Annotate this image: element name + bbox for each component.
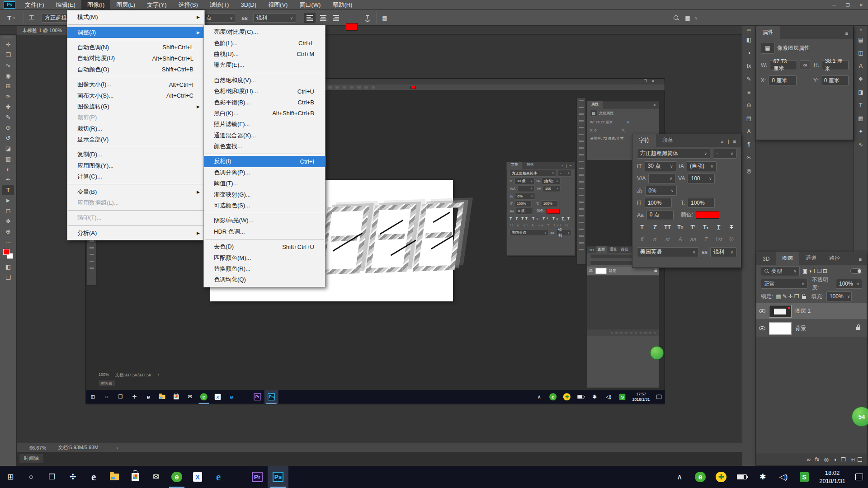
menu-item-图像大小(I)...[interactable]: 图像大小(I)...Alt+Ctrl+I [67,79,204,90]
styles-panel-icon[interactable]: ◑ [744,47,755,58]
antivirus-floating-ball[interactable]: 54 [852,407,868,427]
menu-item-自动颜色(O)[interactable]: 自动颜色(O)Shift+Ctrl+B [67,64,204,75]
menu-图层(L)[interactable]: 图层(L) [110,0,141,10]
workspace-icon[interactable]: ▦ [683,13,693,23]
menu-item-替换颜色(R)...[interactable]: 替换颜色(R)... [204,263,325,274]
menu-item-渐变映射(G)...[interactable]: 渐变映射(G)... [204,189,325,200]
char-color-swatch[interactable] [696,211,719,219]
menu-item-调整(J)[interactable]: 调整(J)▶ [67,27,204,38]
fill-field[interactable]: 100% [826,291,852,301]
tab-paragraph[interactable]: 段落 [656,134,679,147]
task-view-icon[interactable]: ❒ [42,466,62,488]
x-field[interactable]: 0 厘米 [769,75,796,85]
browser-360-icon[interactable]: e [166,466,187,488]
learn-panel-icon[interactable]: ❖ [855,74,866,84]
ordinals-button[interactable]: 1st [714,235,724,244]
color-panel-icon[interactable]: ▤ [855,34,866,45]
screen-mode-icon[interactable]: ❑ [2,272,14,282]
link-dimensions-icon[interactable]: ∞ [800,60,811,70]
char-size-select[interactable]: 30 点 [645,161,676,171]
photoshop-icon[interactable]: Ps [264,390,278,404]
adjustments-panel-icon[interactable]: ◧ [744,34,755,45]
crop-tool[interactable]: ⊞ [2,81,14,91]
status-expander-icon[interactable]: › [117,445,118,450]
ie-icon[interactable]: e [142,390,156,404]
text-color-swatch[interactable] [346,23,358,31]
filter-adjustment-layers-icon[interactable]: ◑ [808,268,811,274]
menu-item-分析(A)[interactable]: 分析(A)▶ [67,228,204,239]
char-spacing-select[interactable]: 0% [645,186,677,196]
tab-properties[interactable]: 属性 [756,26,780,39]
pinwheel-app-icon[interactable]: ✣ [62,466,83,488]
minimize-button[interactable]: ─ [827,0,841,10]
blend-mode-select[interactable]: 正常 [761,279,807,289]
zoom-level[interactable]: 66.67% [29,445,46,450]
pinwheel-app-icon[interactable]: ✣ [127,390,142,404]
tray-360-browser-icon[interactable]: e [546,390,560,404]
ie-icon[interactable]: e [83,466,104,488]
contextual-alternates-button[interactable]: σ [650,235,660,244]
small-caps-button[interactable]: Tᴛ [675,223,685,231]
path-selection-tool[interactable]: ► [2,195,14,206]
filter-pixel-layers-icon[interactable]: ▣ [802,268,807,274]
type-panel-icon[interactable]: T [855,100,866,111]
y-field[interactable]: 0 厘米 [821,75,849,85]
underline-button[interactable]: T [714,223,724,231]
faux-bold-button[interactable]: T [637,223,647,231]
menu-item-阴影/高光(W)...[interactable]: 阴影/高光(W)... [204,215,325,226]
zoom-tool[interactable]: ⊕ [2,226,14,237]
network-icon[interactable]: ✱ [588,390,602,404]
clone-source-panel-icon[interactable]: ⊙ [744,100,755,111]
menu-item-应用图像(Y)...[interactable]: 应用图像(Y)... [67,160,204,171]
link-layers-icon[interactable]: ∞ [807,456,811,463]
faux-italic-button[interactable]: T [650,223,660,231]
layer-row-background[interactable]: 背景 [756,320,867,337]
shapes-panel-icon[interactable]: ✦ [855,126,866,137]
thunder-icon[interactable]: X [187,466,208,488]
anti-alias-select[interactable]: 锐利 [253,13,296,23]
store-icon[interactable] [125,466,146,488]
menu-item-曝光度(E)...[interactable]: 曝光度(E)... [204,60,325,70]
workspace-chevron-icon[interactable]: ∨ [693,13,700,23]
menu-图像(I)[interactable]: 图像(I) [81,0,110,10]
menu-item-去色(D)[interactable]: 去色(D)Shift+Ctrl+U [204,241,325,252]
browser-360-icon[interactable]: e [197,390,211,404]
photoshop-icon[interactable]: Ps [268,466,288,488]
adjustment-layer-icon[interactable]: ◑ [833,456,836,463]
ligatures-button[interactable]: fi [637,235,647,244]
menu-item-可选颜色(S)...[interactable]: 可选颜色(S)... [204,200,325,211]
eyedropper-tool[interactable]: ✑ [2,91,14,102]
sogou-input-icon[interactable]: S [794,466,815,488]
eraser-tool[interactable]: ◪ [2,143,14,154]
layer-group-icon[interactable]: ❒ [841,456,846,463]
collapse-dock-icon[interactable]: «« [746,28,751,32]
menu-item-自然饱和度(V)...[interactable]: 自然饱和度(V)... [204,75,325,86]
new-layer-icon[interactable]: ⊞ [850,456,855,463]
speedup-ball-icon[interactable] [650,346,664,360]
layers-menu-icon[interactable]: ≡ [859,257,867,265]
menu-item-裁剪(P)[interactable]: 裁剪(P) [67,112,204,123]
color-swatches[interactable] [3,249,13,259]
warp-text-icon[interactable]: T [362,13,373,23]
gradients-panel-icon[interactable]: ◨ [855,87,866,98]
type-tool[interactable]: T [2,185,14,195]
search-icon[interactable] [671,13,682,23]
lasso-tool[interactable]: ∿ [2,60,14,70]
glyphs-panel-icon[interactable]: A [744,126,755,137]
char-tracking-select[interactable]: 100 [688,174,715,183]
menu-item-模式(M)[interactable]: 模式(M)▶ [67,12,204,23]
file-explorer-icon[interactable] [104,466,125,488]
battery-icon[interactable] [574,390,588,404]
lock-all-icon[interactable] [802,296,806,299]
start-button[interactable]: ⊞ [0,466,21,488]
cortana-icon[interactable]: ○ [100,390,114,404]
menu-滤镜(T)[interactable]: 滤镜(T) [204,0,235,10]
char-kerning-select[interactable] [648,174,675,183]
align-right-button[interactable] [330,13,342,23]
fractions-button[interactable]: ½ [726,235,736,244]
document-tab[interactable]: 未标题-1 @ 100% [17,26,68,35]
align-center-button[interactable] [317,13,329,23]
tab-3d[interactable]: 3D [756,253,776,265]
hand-tool[interactable]: ❖ [2,216,14,226]
tab-paths[interactable]: 路径 [823,252,846,265]
